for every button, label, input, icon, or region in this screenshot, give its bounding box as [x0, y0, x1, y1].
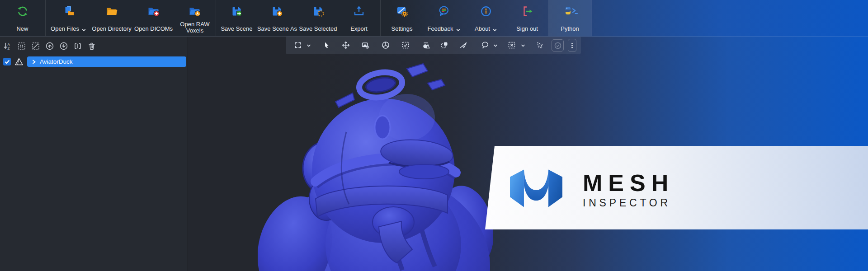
- scene-options-icon: [361, 41, 369, 49]
- move-up-button[interactable]: [44, 41, 55, 51]
- delete-button[interactable]: [86, 41, 97, 51]
- save-scene-icon: [231, 5, 243, 18]
- viewport-toolbar: [286, 37, 581, 54]
- toolbar-separator: [216, 0, 216, 36]
- export-icon: [353, 5, 365, 18]
- open-files-label: Open Files: [51, 26, 79, 33]
- box-select-check-icon: [401, 41, 410, 49]
- primitives-button[interactable]: [422, 41, 430, 49]
- chevron-down-icon: [456, 28, 461, 33]
- chevron-down-icon: [493, 43, 498, 48]
- object-tree-panel: A Z: [0, 36, 188, 271]
- brand-banner: MESH INSPECTOR: [485, 146, 868, 229]
- brand-subtitle: INSPECTOR: [583, 198, 674, 208]
- visibility-checkbox[interactable]: [3, 58, 11, 65]
- save-scene-as-label: Save Scene As: [257, 26, 297, 33]
- save-selected-icon: [312, 5, 325, 18]
- open-directory-button[interactable]: Open Directory: [90, 0, 133, 36]
- open-dicoms-button[interactable]: Open DICOMs: [133, 0, 174, 36]
- chevron-down-icon: [81, 28, 86, 33]
- export-button[interactable]: Export: [338, 0, 380, 36]
- meshinspector-app: MESH INSPECTOR New Open Files: [0, 0, 868, 271]
- apply-selection-icon: [554, 42, 562, 50]
- aviator-duck-model[interactable]: [258, 50, 493, 271]
- fit-view-dropdown[interactable]: [306, 43, 311, 48]
- scene-options-button[interactable]: [361, 41, 369, 49]
- export-label: Export: [350, 26, 368, 33]
- lasso-dropdown[interactable]: [493, 43, 498, 48]
- lasso-select-icon: [481, 41, 489, 49]
- select-cursor-icon: [323, 41, 331, 49]
- select-all-icon: [17, 42, 26, 51]
- new-button[interactable]: New: [0, 0, 45, 36]
- chevron-right-icon: [32, 60, 36, 64]
- sort-icon: A Z: [3, 42, 12, 51]
- feedback-button[interactable]: Feedback: [422, 0, 466, 36]
- transform-move-button[interactable]: [342, 41, 350, 49]
- lasso-select-button[interactable]: [481, 41, 489, 49]
- brand-title: MESH: [583, 171, 674, 195]
- select-all-button[interactable]: [16, 41, 27, 51]
- toolbar-separator: [45, 0, 46, 36]
- more-options-icon: [569, 42, 575, 49]
- plane-cut-icon: [459, 41, 467, 49]
- save-scene-label: Save Scene: [221, 26, 252, 33]
- rename-button[interactable]: [72, 41, 83, 51]
- object-panel-toolbar: A Z: [2, 40, 97, 52]
- mesh-triangle-icon: [14, 57, 24, 66]
- brand-text: MESH INSPECTOR: [583, 171, 674, 208]
- settings-label: Settings: [392, 26, 413, 33]
- save-selected-button[interactable]: Save Selected: [298, 0, 338, 36]
- open-raw-voxels-label: Open RAW Voxels: [180, 21, 209, 34]
- open-dicoms-icon: [147, 5, 160, 18]
- save-scene-as-button[interactable]: Save Scene As: [256, 0, 298, 36]
- about-button[interactable]: About: [466, 0, 506, 36]
- settings-icon: [396, 5, 408, 18]
- sort-button[interactable]: A Z: [2, 41, 13, 51]
- about-label: About: [475, 26, 490, 33]
- open-dicoms-label: Open DICOMs: [134, 26, 173, 33]
- open-raw-voxels-button[interactable]: Open RAW Voxels: [174, 0, 216, 36]
- freeform-select-button[interactable]: [536, 41, 544, 49]
- delete-icon: [87, 42, 96, 51]
- box-deselect-icon: [508, 41, 516, 49]
- svg-text:A: A: [8, 42, 10, 47]
- top-toolbar: New Open Files Open Directory: [0, 0, 868, 37]
- fit-view-button[interactable]: [294, 41, 302, 49]
- deselect-all-icon: [31, 42, 40, 51]
- box-deselect-button[interactable]: [508, 41, 516, 49]
- more-options-button[interactable]: [568, 39, 576, 52]
- deselect-all-button[interactable]: [30, 41, 41, 51]
- box-select-check-button[interactable]: [401, 41, 410, 49]
- save-scene-button[interactable]: Save Scene: [217, 0, 256, 36]
- tree-item-aviatorduck[interactable]: AviatorDuck: [27, 56, 186, 67]
- sign-out-icon: [521, 5, 533, 18]
- open-directory-icon: [105, 5, 118, 18]
- move-up-icon: [45, 42, 54, 51]
- plane-cut-button[interactable]: [459, 41, 467, 49]
- toolbar-separator: [380, 0, 381, 36]
- python-icon: [562, 5, 578, 18]
- rename-icon: [73, 42, 82, 51]
- open-files-icon: [62, 5, 75, 18]
- select-cursor-button[interactable]: [323, 41, 331, 49]
- open-files-button[interactable]: Open Files: [47, 0, 90, 36]
- sign-out-button[interactable]: Sign out: [506, 0, 548, 36]
- move-down-button[interactable]: [58, 41, 69, 51]
- primitives-icon: [422, 41, 430, 49]
- chevron-down-icon: [492, 28, 497, 33]
- python-button[interactable]: Python: [549, 0, 591, 36]
- sign-out-label: Sign out: [516, 26, 538, 33]
- apply-selection-button[interactable]: [552, 39, 564, 51]
- open-raw-voxels-icon: [189, 5, 201, 18]
- save-scene-as-icon: [271, 5, 283, 18]
- save-selected-label: Save Selected: [299, 26, 337, 33]
- duplicate-icon: [440, 41, 448, 49]
- chevron-down-icon: [306, 43, 311, 48]
- feedback-icon: [438, 5, 450, 18]
- duplicate-button[interactable]: [440, 41, 448, 49]
- settings-button[interactable]: Settings: [382, 0, 422, 36]
- check-icon: [5, 59, 10, 65]
- orbit-button[interactable]: [382, 41, 390, 49]
- box-deselect-dropdown[interactable]: [520, 43, 526, 48]
